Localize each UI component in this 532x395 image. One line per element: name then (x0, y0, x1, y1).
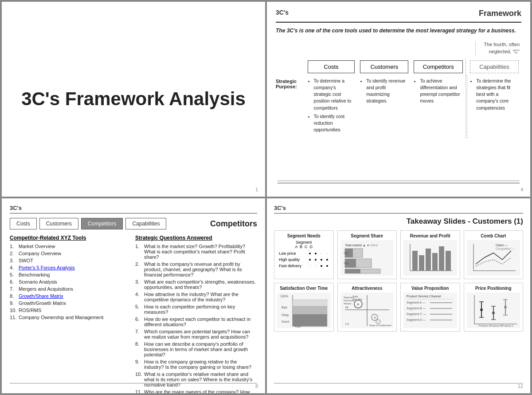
svg-text:Ease of Implementation: Ease of Implementation (369, 324, 391, 327)
price-visual: Product A Product B Product C (467, 292, 520, 328)
svg-text:Total market ▲: Total market ▲ (345, 244, 366, 247)
chart-title-price: Price Positioning (467, 286, 520, 291)
row-low-price: Low price (278, 251, 306, 256)
questions-list: 1.What is the market size? Growth? Profi… (135, 244, 257, 393)
slide2-header: 3C's Framework (276, 9, 521, 23)
cell: ○ (307, 263, 312, 269)
attractiveness-chart: Attractiveness Hi Lo Segment Financial A… (337, 283, 397, 332)
section-label-4: 3C's (274, 205, 286, 211)
svg-text:Segment B —: Segment B — (407, 307, 426, 310)
comb-chart: Comb Chart Client — Competitor --- (464, 230, 524, 279)
tabs-row: Costs Customers Competitors Capabilities… (10, 218, 257, 229)
list-item: 2.What is the company's revenue and prof… (135, 261, 257, 277)
segment-needs-chart: Segment Needs SegmentA B C D Low price ●… (274, 230, 334, 279)
svg-rect-16 (439, 246, 444, 271)
svg-rect-14 (426, 249, 431, 271)
list-item: 1.What is the market size? Growth? Profi… (135, 244, 257, 260)
subtitle: The 3C's is one of the core tools used t… (276, 27, 521, 35)
slide4-section-label: 3C's (274, 205, 523, 213)
svg-text:Product B: Product B (490, 324, 502, 327)
tab-customers[interactable]: Customers (39, 218, 78, 229)
customers-purpose: To identify revenue and profit maximizin… (357, 75, 411, 138)
competitors-purpose: To achieve differentiation and preempt c… (411, 75, 466, 138)
comb-visual: Client — Competitor --- (467, 240, 520, 276)
svg-text:Segment C —: Segment C — (407, 312, 426, 316)
segment-share-svg: Total market ▲ ■ Client Seg Seg (343, 242, 391, 274)
cell: ○ (319, 251, 324, 256)
segment-share-visual: Total market ▲ ■ Client Seg Seg (340, 240, 394, 276)
row-high-quality: High quality (278, 257, 306, 262)
chart-title-vp: Value Proposition (403, 286, 457, 291)
svg-rect-15 (432, 253, 438, 271)
svg-text:A: A (357, 302, 360, 306)
svg-text:Hi: Hi (345, 306, 348, 309)
strategic-label: StrategicPurpose: (276, 75, 305, 138)
svg-text:Good: Good (282, 320, 289, 323)
slide3-section-label: 3C's (10, 205, 257, 213)
slide-title: 3C's Framework Analysis 1 (2, 2, 265, 197)
slide4-title: Takeaway Slides - Customers (1) (274, 217, 523, 226)
svg-text:Bad: Bad (282, 306, 287, 309)
vp-svg: Product Service Channel Segment A — Segm… (406, 293, 454, 328)
svg-text:Competitor ---: Competitor --- (496, 247, 515, 251)
revenue-svg (406, 242, 454, 274)
svg-rect-17 (446, 251, 451, 271)
capabilities-purpose: To determine the strategies that fit bes… (467, 75, 521, 138)
tools-header: Competitor-Related XYZ Tools (10, 235, 132, 241)
list-item: 11.Who are the major owners of the compa… (135, 389, 257, 393)
section-label: 3C's (276, 9, 289, 16)
list-item: 4.How attractive is the industry? What a… (135, 292, 257, 302)
comb-svg: Client — Competitor --- (469, 242, 518, 274)
svg-text:Segment A —: Segment A — (407, 301, 426, 304)
framework-table: Costs Customers Competitors Capabilities… (276, 59, 521, 138)
customers-box: Customers (360, 60, 408, 73)
segment-sub: SegmentA B C D (277, 240, 331, 249)
svg-text:Client —: Client — (496, 244, 508, 247)
list-item: 11.Company Ownership and Management (10, 315, 132, 320)
list-item: 7.Mergers and Acquisitions (10, 286, 132, 292)
vp-visual: Product Service Channel Segment A — Segm… (403, 292, 457, 328)
tab-capabilities[interactable]: Capabilities (125, 218, 166, 229)
list-item: 6.Scenario Analysis (10, 279, 132, 284)
cell: ● (319, 263, 324, 269)
chart-title-satisfaction: Satisfaction Over Time (277, 286, 331, 291)
svg-text:Product A: Product A (479, 324, 490, 327)
list-item: 5.Benchmarking (10, 272, 132, 277)
cell: ○ (313, 263, 318, 269)
svg-text:Time: Time (295, 325, 301, 328)
svg-rect-12 (412, 251, 418, 271)
cell: ● (313, 257, 318, 262)
svg-text:Seg: Seg (344, 252, 348, 254)
tab-costs[interactable]: Costs (10, 218, 37, 229)
fourth-c-note-1: The fourth, often (479, 42, 521, 47)
list-item: 10.What is a competitor's relative marke… (135, 371, 257, 387)
list-item: 3.What are each competitor's strengths, … (135, 279, 257, 290)
list-item: 10.ROS/RMS (10, 308, 132, 313)
section-label-3: 3C's (10, 205, 22, 211)
page-number: 4 (520, 187, 523, 192)
satisfaction-svg: 100% Bad Okay Good Time (279, 293, 328, 328)
svg-text:Seg: Seg (344, 262, 348, 265)
svg-point-67 (492, 312, 495, 314)
slide-framework: 3C's Framework The 3C's is one of the co… (267, 2, 530, 197)
tab-competitors[interactable]: Competitors (81, 218, 123, 229)
page-number: 8 (255, 383, 258, 389)
list-item: 7.Which companies are potential targets?… (135, 329, 257, 340)
svg-text:Okay: Okay (282, 313, 289, 317)
svg-rect-7 (345, 269, 360, 273)
questions-column: Strategic Questions Answered 1.What is t… (135, 235, 257, 393)
page-number: 12 (518, 383, 523, 389)
svg-text:B: B (374, 316, 376, 320)
col-header-customers: Customers (357, 59, 411, 75)
competitors-box: Competitors (414, 60, 463, 73)
list-item: 1.Market Overview (10, 244, 132, 249)
fourth-c-note-2: neglected, "C" (479, 49, 521, 54)
slide-customers: 3C's Takeaway Slides - Customers (1) Seg… (267, 198, 530, 393)
attractiveness-visual: Hi Lo Segment Financial Attract. Ease of… (340, 292, 394, 328)
svg-rect-29 (293, 306, 327, 314)
segment-needs-table: Low price ● ● ○ ○ High quality ● ● ● ● F… (277, 250, 331, 269)
list-item: 9.How is the company growing relative to… (135, 359, 257, 370)
svg-text:Attract.: Attract. (344, 302, 352, 305)
svg-text:opp.size: opp.size (352, 298, 363, 300)
questions-header: Strategic Questions Answered (135, 235, 257, 241)
